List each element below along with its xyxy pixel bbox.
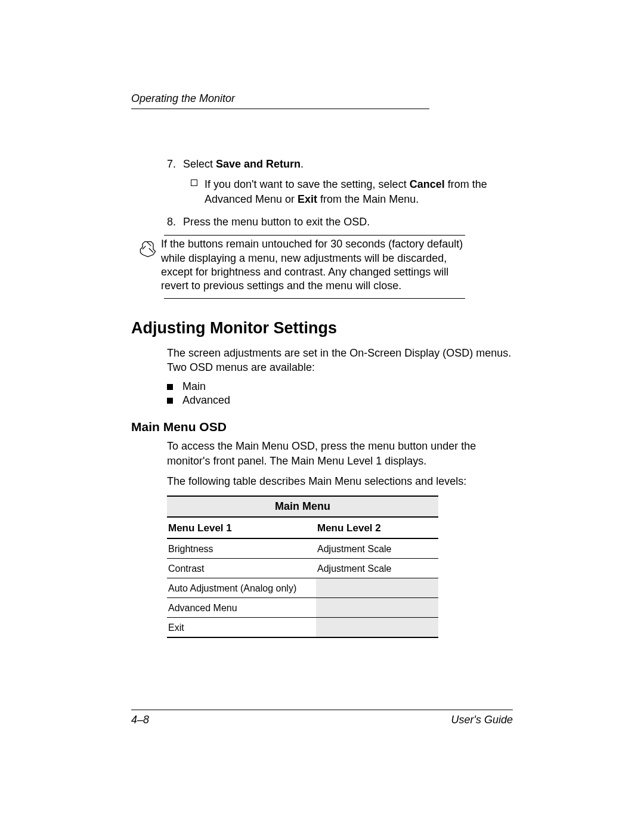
step-7-subitem: If you don't want to save the setting, s…	[191, 177, 513, 206]
body-column: 7. Select Save and Return. If you don't …	[167, 157, 513, 229]
main-menu-osd-p1: To access the Main Menu OSD, press the m…	[167, 439, 513, 468]
table-title: Main Menu	[167, 497, 438, 518]
table-header-col2: Menu Level 2	[316, 518, 438, 538]
note-rule-bottom	[164, 298, 465, 299]
sub-b2: Exit	[298, 193, 317, 205]
running-head: Operating the Monitor	[131, 92, 429, 109]
table-cell: Exit	[167, 618, 316, 637]
table-cell: Auto Adjustment (Analog only)	[167, 578, 316, 597]
bullet-list: Main Advanced	[167, 380, 513, 407]
heading-main-menu-osd: Main Menu OSD	[131, 420, 513, 434]
note-hand-icon	[137, 237, 161, 293]
sub-p1: If you don't want to save the setting, s…	[205, 178, 410, 190]
list-item-label: Advanced	[182, 394, 230, 407]
footer-title: User's Guide	[451, 714, 513, 726]
step-8-text: Press the menu button to exit the OSD.	[183, 216, 370, 228]
page-number: 4–8	[131, 714, 149, 726]
step-7-subitem-text: If you don't want to save the setting, s…	[205, 177, 513, 206]
list-item: Advanced	[167, 394, 513, 407]
table-cell-empty	[316, 618, 438, 637]
intro-paragraph: The screen adjustments are set in the On…	[167, 346, 513, 375]
step-8-number: 8.	[167, 215, 180, 229]
table-row: Contrast Adjustment Scale	[167, 559, 438, 578]
main-menu-table: Main Menu Menu Level 1 Menu Level 2 Brig…	[167, 496, 438, 638]
table-row: Brightness Adjustment Scale	[167, 539, 438, 559]
main-menu-osd-p2: The following table describes Main Menu …	[167, 474, 513, 488]
square-bullet-icon	[167, 384, 173, 390]
table-cell: Adjustment Scale	[316, 559, 438, 578]
step-7-bold: Save and Return	[216, 158, 301, 170]
table-row: Advanced Menu	[167, 598, 438, 618]
page-footer: 4–8 User's Guide	[131, 710, 513, 726]
table-cell-empty	[316, 578, 438, 597]
note-block: If the buttons remain untouched for 30 s…	[131, 235, 513, 299]
table-cell: Adjustment Scale	[316, 539, 438, 558]
table-header-col1: Menu Level 1	[167, 518, 316, 538]
step-7-number: 7.	[167, 157, 180, 171]
page-content: Operating the Monitor 7. Select Save and…	[131, 92, 513, 638]
table-cell: Contrast	[167, 559, 316, 578]
note-text: If the buttons remain untouched for 30 s…	[161, 237, 465, 293]
step-8: 8. Press the menu button to exit the OSD…	[167, 215, 513, 229]
checkbox-bullet-icon	[191, 179, 197, 186]
sub-b1: Cancel	[410, 178, 445, 190]
list-item-label: Main	[182, 380, 206, 393]
table-cell: Brightness	[167, 539, 316, 558]
table-cell-empty	[316, 598, 438, 617]
step-7-text-prefix: Select	[183, 158, 216, 170]
table-header-row: Menu Level 1 Menu Level 2	[167, 518, 438, 539]
sub-p3: from the Main Menu.	[317, 193, 419, 205]
list-item: Main	[167, 380, 513, 393]
table-cell: Advanced Menu	[167, 598, 316, 617]
step-7-text-suffix: .	[301, 158, 304, 170]
table-row: Exit	[167, 618, 438, 638]
footer-rule	[131, 710, 513, 710]
square-bullet-icon	[167, 398, 173, 404]
table-row: Auto Adjustment (Analog only)	[167, 578, 438, 598]
step-7: 7. Select Save and Return.	[167, 157, 513, 171]
heading-adjusting-monitor-settings: Adjusting Monitor Settings	[131, 319, 513, 337]
